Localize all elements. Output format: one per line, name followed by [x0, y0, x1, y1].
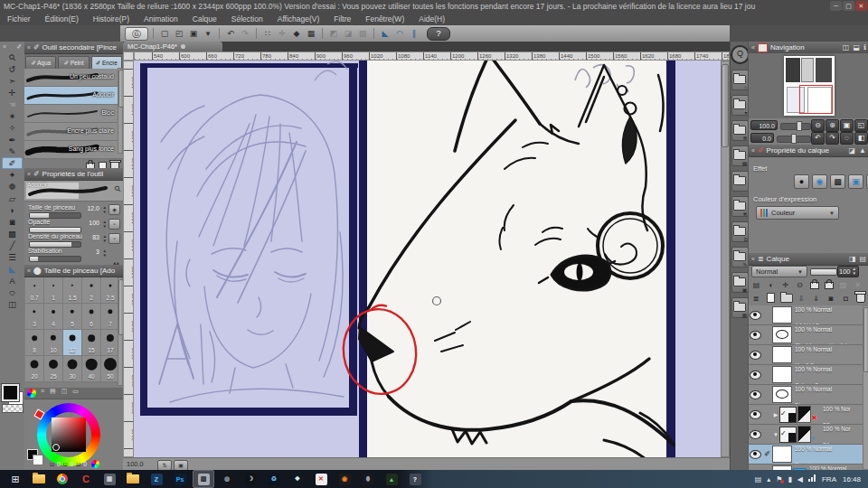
open-file-icon[interactable]: ◰	[173, 28, 185, 40]
layer-grid-tab-icon[interactable]: ▤	[859, 255, 866, 263]
tray-network-icon[interactable]	[808, 474, 816, 483]
lock-layer-icon[interactable]	[808, 280, 820, 291]
effect-halftone-icon[interactable]: ▩	[830, 174, 845, 189]
taskbar-chrome-icon[interactable]	[52, 471, 72, 487]
layer-visibility-toggle[interactable]	[749, 407, 762, 423]
taskbar-z-app-icon[interactable]: Z	[146, 471, 166, 487]
layer-row[interactable]: 100 % Normal Hm ? 2	[749, 345, 863, 365]
eraser-tool[interactable]: ▱	[3, 192, 22, 204]
clock[interactable]: 16:48	[843, 475, 861, 483]
create-mask-icon[interactable]: ◙	[826, 293, 836, 305]
canvas-viewport[interactable]	[134, 61, 721, 457]
brush-size-cell[interactable]: 10	[44, 330, 63, 356]
move-layer-tool[interactable]: ✛	[3, 87, 22, 99]
sub-tool-tab[interactable]: ✐ Aqua	[25, 56, 56, 70]
start-button[interactable]: ⊞	[5, 471, 25, 487]
auto-select-tool[interactable]: ✶	[3, 110, 22, 122]
operation-tool[interactable]: ➣	[3, 75, 22, 87]
layer-row[interactable]: 100 % Normal Calque 3	[749, 365, 863, 385]
sub-tool-tab[interactable]: ✐ Peint	[58, 56, 89, 70]
language-indicator[interactable]: FRA	[822, 475, 836, 483]
taskbar-folder-2-icon[interactable]	[123, 471, 143, 487]
collapse-panel-icon[interactable]: «	[27, 44, 31, 51]
brush-size-cell[interactable]: 1.5	[63, 277, 82, 304]
material-folder-manga[interactable]: ❋	[731, 120, 749, 141]
effect-layer-color-icon[interactable]: ▣	[848, 174, 863, 189]
frame-border-tool[interactable]: ◫	[3, 298, 22, 310]
merge-down-icon[interactable]: ⇓	[810, 293, 821, 305]
sv-marker[interactable]	[52, 444, 60, 451]
brush-size-cell[interactable]: 8	[25, 330, 44, 356]
material-folder-monochrome[interactable]: ▾	[731, 95, 749, 116]
fit-to-screen-icon[interactable]: ▣	[840, 119, 854, 132]
pencil-tool[interactable]: ✎	[3, 145, 22, 157]
onion-skin-icon[interactable]: ʘ	[794, 280, 806, 291]
minimize-button[interactable]: ─	[830, 1, 842, 11]
fill-selection-icon[interactable]: ◆	[290, 28, 303, 40]
folder-expand-arrow[interactable]: ▶	[772, 411, 779, 418]
balloon-tool[interactable]: ○	[3, 286, 22, 298]
color-wheel-tab-icon[interactable]	[27, 389, 36, 398]
fit-to-width-icon[interactable]: ◱	[854, 119, 868, 132]
material-folder-all[interactable]	[731, 171, 749, 192]
tool-property-slider[interactable]: Opacité 100 ▲▼ ▫	[24, 218, 123, 232]
quick-access-icon[interactable]: Q	[731, 45, 750, 64]
brush-detail-icon[interactable]: ⚲	[113, 183, 124, 194]
sub-tool-item[interactable]: Bloc	[24, 105, 123, 123]
information-tab-icon[interactable]: ℹ	[863, 43, 866, 52]
layer-row[interactable]: 100 % Normal Disparu...	[749, 385, 863, 405]
stream-line-tool[interactable]: ◣	[3, 263, 22, 275]
subview-tab-icon[interactable]: ◫	[843, 43, 850, 52]
tool-property-slider[interactable]: Densité du pinceau 83 ▲▼ ▫	[24, 232, 123, 247]
zoom-in-icon[interactable]: ⊕	[826, 119, 839, 132]
zoom-out-icon[interactable]: ⊖	[811, 119, 825, 132]
layer-row[interactable]: 100 % Normal AAAH ! 2	[749, 305, 863, 325]
menu-item[interactable]: Histoire(P)	[86, 13, 137, 25]
menu-item[interactable]: Fichier	[0, 13, 38, 25]
selection-launcher-icon[interactable]: ▨	[356, 28, 369, 40]
pen-tool[interactable]: ✒	[3, 134, 22, 145]
undo-icon[interactable]: ↶	[224, 28, 237, 40]
tray-flag-icon[interactable]: ⚑	[776, 475, 782, 483]
material-folder-trash[interactable]: ▩	[731, 297, 749, 318]
menu-item[interactable]: Aide(H)	[411, 13, 452, 25]
sub-background-swatch[interactable]	[33, 455, 43, 465]
sub-tool-item[interactable]: Un peu costaud	[24, 69, 123, 87]
ruler-range-icon[interactable]: ✕	[852, 280, 863, 291]
tool-property-slider[interactable]: Stabilisation 3 ▲▼	[24, 247, 123, 261]
sub-tool-item[interactable]: Encre plus claire	[24, 123, 123, 141]
decoration-tool[interactable]: ❁	[3, 181, 22, 192]
redo-icon[interactable]: ↷	[239, 28, 251, 40]
color-slider-tab-icon[interactable]: ≡	[41, 388, 44, 399]
collapse-panel-icon[interactable]: «	[751, 147, 755, 154]
material-folder-downloads[interactable]: ✎	[731, 247, 749, 267]
collapse-panel-icon[interactable]: «	[751, 44, 755, 51]
crop-icon[interactable]: ◩	[327, 28, 340, 40]
rotate-left-icon[interactable]: ↶	[811, 132, 825, 145]
collapse-panel-icon[interactable]: «	[751, 256, 755, 262]
pin-icon[interactable]: ✛	[779, 280, 791, 291]
save-dropdown-icon[interactable]: ▾	[202, 28, 214, 40]
taskbar-bird-app-icon[interactable]: ❖	[288, 471, 307, 487]
layer-visibility-toggle[interactable]	[749, 347, 762, 363]
rotate-right-icon[interactable]: ↷	[826, 132, 839, 145]
document-tab[interactable]: MC-Chap1-P46*	[123, 42, 222, 52]
taskbar-green-app-icon[interactable]: ▲	[382, 471, 401, 487]
menu-item[interactable]: Animation	[137, 13, 185, 25]
clip-studio-logo-icon[interactable]: Ⓖ	[125, 27, 148, 41]
tray-keyboard-icon[interactable]: ▤	[755, 475, 762, 483]
help-button[interactable]: ?	[427, 27, 450, 41]
material-folder-tone[interactable]: ◘	[731, 221, 749, 242]
taskbar-paint-app-icon[interactable]: ✕	[311, 471, 331, 487]
brush-size-cell[interactable]: 12	[63, 330, 82, 356]
blend-mode-dropdown[interactable]: Normal ▼	[751, 266, 807, 277]
layer-color-icon[interactable]: ≣	[750, 293, 761, 305]
sub-tool-item[interactable]: Adoucir	[24, 87, 123, 105]
tool-property-slider[interactable]: Taille de pinceau 12.0 ▲▼ ◈	[24, 203, 123, 218]
transparent-color-swatch[interactable]	[2, 404, 24, 413]
blend-tool[interactable]: ◗	[3, 204, 22, 216]
collapse-toolstrip-icon[interactable]: «	[3, 43, 6, 50]
layer-row[interactable]: ▶✖ 100 % Nor B2	[749, 405, 863, 425]
material-folder-3d[interactable]: ❋	[731, 196, 749, 217]
hand-tool[interactable]: ☚	[3, 99, 22, 110]
